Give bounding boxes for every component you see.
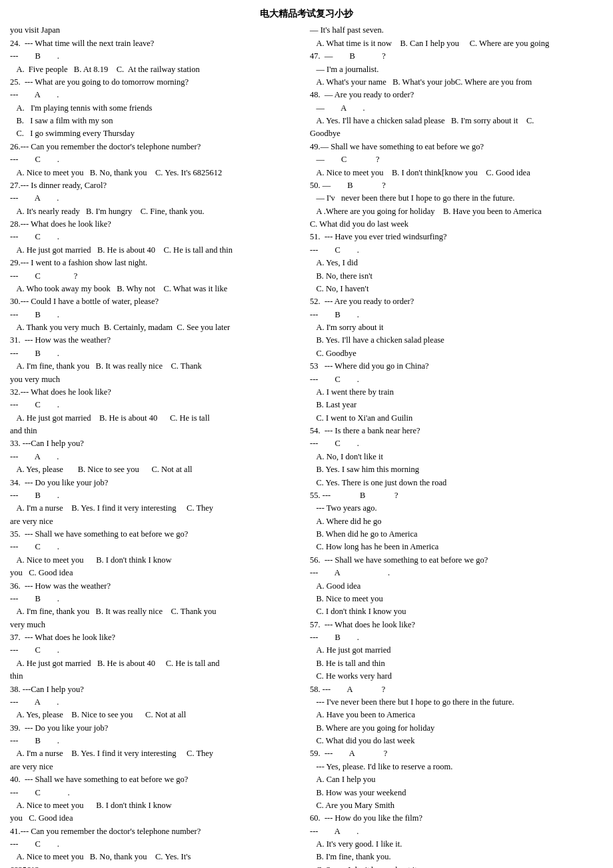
list-item: very much (10, 619, 303, 631)
list-item: A. Have you been to America (310, 709, 603, 721)
list-item: 30.--- Could I have a bottle of water, p… (10, 295, 303, 308)
list-item: 37. --- What does he look like? (10, 631, 303, 644)
list-item: C. Yes. There is one just down the road (310, 477, 603, 489)
list-item: 48. — Are you ready to order? (310, 89, 603, 101)
list-item: --- B . (10, 347, 303, 360)
list-item: --- C . (10, 644, 303, 657)
list-item: --- C . (310, 437, 603, 450)
list-item: --- C . (10, 541, 303, 553)
list-item: 31. --- How was the weather? (10, 334, 303, 347)
list-item: A. Nice to meet you B. I don't think[kno… (310, 167, 603, 179)
list-item: --- C ? (10, 270, 303, 283)
list-item: — It's half past seven. (310, 24, 603, 37)
list-item: 58. --- A ? (310, 683, 603, 696)
list-item: 60. --- How do you like the film? (310, 812, 603, 825)
list-item: 34. --- Do you like your job? (10, 477, 303, 489)
list-item: A. I'm fine, thank you B. It was really … (10, 360, 303, 373)
list-item: A. I'm playing tennis with some friends (10, 102, 303, 115)
list-item: 51. --- Have you ever tried windsurfing? (310, 231, 603, 243)
list-item: 57. --- What does he look like? (310, 619, 603, 631)
list-item: 54. --- Is there a bank near here? (310, 425, 603, 437)
list-item: A. It's very good. I like it. (310, 838, 603, 851)
list-item: A. He just got married (310, 644, 603, 657)
list-item: --- A . (10, 696, 303, 709)
list-item: A. He just got married B. He is about 40… (10, 412, 303, 425)
list-item: 26.--- Can you remember the doctor's tel… (10, 141, 303, 153)
list-item: A. Thank you very much B. Certainly, mad… (10, 321, 303, 334)
list-item: A. I'm fine, thank you B. It was really … (10, 605, 303, 618)
list-item: 29.--- I went to a fashion show last nig… (10, 257, 303, 269)
list-item: A. I'm a nurse B. Yes. I find it very in… (10, 747, 303, 760)
list-item: B. Yes. I saw him this morning (310, 463, 603, 476)
list-item: A. Yes, I did (310, 257, 603, 269)
list-item: C. Are you Mary Smith (310, 799, 603, 812)
list-item: --- C . (10, 231, 303, 243)
list-item: 41.--- Can you remember the doctor's tel… (10, 825, 303, 838)
list-item: B. Where are you going for holiday (310, 722, 603, 735)
list-item: 47. — B ? (310, 50, 603, 63)
list-item: --- C . (310, 244, 603, 257)
list-item: are very nice (10, 515, 303, 528)
list-item: --- I've never been there but I hope to … (310, 696, 603, 709)
list-item: A. No, I don't like it (310, 451, 603, 463)
list-item: A. Nice to meet you B. I don't think I k… (10, 799, 303, 812)
list-item: A. Yes, please B. Nice to see you C. Not… (10, 463, 303, 476)
list-item: 36. --- How was the weather? (10, 580, 303, 593)
list-item: A. Yes. I'll have a chicken salad please… (310, 115, 603, 127)
list-item: --- C . (10, 153, 303, 166)
list-item: A. Yes, please B. Nice to see you C. Not… (10, 709, 303, 721)
list-item: A. It's nearly ready B. I'm hungry C. Fi… (10, 205, 303, 218)
list-item: 38. ---Can I help you? (10, 683, 303, 696)
list-item: B. Last year (310, 399, 603, 411)
list-item: A. Good idea (310, 580, 603, 593)
list-item: C. He works very hard (310, 670, 603, 683)
list-item: C. What did you do last week (310, 218, 603, 231)
left-column: you visit Japan24. --- What time will th… (10, 24, 303, 868)
list-item: 50. — B ? (310, 179, 603, 192)
list-item: --- B . (10, 735, 303, 747)
list-item: 56. --- Shall we have something to eat b… (310, 554, 603, 567)
list-item: A. Nice to meet you B. I don't think I k… (10, 554, 303, 567)
list-item: --- B . (10, 593, 303, 605)
list-item: B. How was your weekend (310, 787, 603, 799)
list-item: C. I went to Xi'an and Guilin (310, 412, 603, 425)
list-item: C. I don't think I know you (310, 605, 603, 618)
list-item: C. No, I haven't (310, 283, 603, 295)
list-item: A. He just got married B. He is about 40… (10, 657, 303, 670)
list-item: --- A . (10, 192, 303, 205)
list-item: A .Where are you going for holiday B. Ha… (310, 205, 603, 218)
list-item: A. What's your name B. What's your jobC.… (310, 76, 603, 89)
list-item: B. No, there isn't (310, 270, 603, 283)
list-item: C. Goodbye (310, 347, 603, 360)
list-item: 39. --- Do you like your job? (10, 722, 303, 735)
list-item: 25. --- What are you going to do tomorro… (10, 76, 303, 89)
list-item: — C ? (310, 153, 603, 166)
list-item: 35. --- Shall we have something to eat b… (10, 528, 303, 541)
list-item: A. He just got married B. He is about 40… (10, 244, 303, 257)
list-item: --- A . (10, 89, 303, 101)
page-title: 电大精品考试复习小抄 (10, 7, 603, 21)
list-item: B. Nice to meet you (310, 593, 603, 605)
list-item: Goodbye (310, 127, 603, 140)
list-item: you very much (10, 373, 303, 386)
list-item: --- B . (10, 309, 303, 321)
list-item: A. Where did he go (310, 515, 603, 528)
list-item: 40. --- Shall we have something to eat b… (10, 773, 303, 786)
list-item: A. I'm a nurse B. Yes. I find it very in… (10, 502, 303, 515)
list-item: --- C . (10, 838, 303, 851)
list-item: B. Yes. I'll have a chicken salad please (310, 334, 603, 347)
list-item: — I'v never been there but I hope to go … (310, 192, 603, 205)
list-item: C. Sorry, I don't know about it. (310, 864, 603, 868)
list-item: 49.— Shall we have something to eat befo… (310, 141, 603, 153)
list-item: A. Can I help you (310, 773, 603, 786)
list-item: A. Who took away my book B. Why not C. W… (10, 283, 303, 295)
list-item: and thin (10, 425, 303, 437)
list-item: A. Nice to meet you B. No, thank you C. … (10, 167, 303, 179)
list-item: --- A . (10, 451, 303, 463)
right-column: — It's half past seven. A. What time is … (310, 24, 603, 868)
list-item: C. What did you do last week (310, 735, 603, 747)
list-item: A. Nice to meet you B. No, thank you C. … (10, 851, 303, 863)
list-item: — I'm a journalist. (310, 63, 603, 76)
list-item: 53 --- Where did you go in China? (310, 360, 603, 373)
list-item: --- Two years ago. (310, 502, 603, 515)
